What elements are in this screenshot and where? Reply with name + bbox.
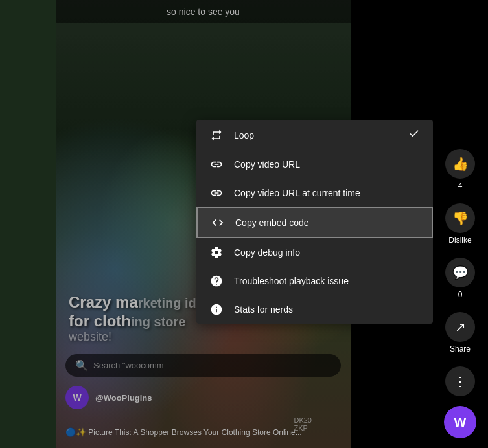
context-menu: LoopCopy video URLCopy video URL at curr… — [196, 120, 433, 324]
troubleshoot-icon — [209, 274, 224, 287]
menu-item-copy_url[interactable]: Copy video URL — [196, 150, 433, 179]
copy_url-icon — [209, 158, 224, 171]
stats-icon — [209, 303, 224, 316]
copy_url-label: Copy video URL — [234, 159, 420, 170]
comments-icon-circle: 💬 — [445, 258, 475, 287]
right-sidebar: 👍 4 👎 Dislike 💬 0 ↗ Share ⋮ W — [432, 0, 488, 448]
more-icon: ⋮ — [454, 374, 467, 389]
share-icon-circle: ↗ — [445, 312, 475, 342]
dislike-button[interactable]: 👎 Dislike — [445, 203, 475, 245]
loop-label: Loop — [234, 130, 398, 140]
menu-item-copy_debug[interactable]: Copy debug info — [196, 238, 433, 267]
menu-item-stats[interactable]: Stats for nerds — [196, 295, 433, 324]
like-count: 4 — [458, 181, 463, 190]
copy_embed-label: Copy embed code — [235, 218, 419, 228]
thumbs-down-icon: 👎 — [452, 210, 469, 226]
copy_url_time-icon — [209, 186, 224, 199]
like-button[interactable]: 👍 4 — [445, 149, 475, 190]
share-button[interactable]: ↗ Share — [445, 312, 475, 353]
share-label: Share — [450, 344, 471, 353]
more-icon-circle: ⋮ — [445, 366, 475, 396]
more-button[interactable]: ⋮ — [445, 366, 475, 396]
share-icon: ↗ — [455, 319, 466, 335]
dislike-label: Dislike — [448, 236, 471, 245]
menu-item-loop[interactable]: Loop — [196, 120, 433, 150]
loop-icon — [209, 129, 224, 142]
left-panel — [0, 0, 56, 448]
stats-label: Stats for nerds — [234, 304, 420, 315]
menu-item-copy_embed[interactable]: Copy embed code — [196, 207, 433, 238]
thumbs-up-icon: 👍 — [452, 156, 469, 172]
menu-item-copy_url_time[interactable]: Copy video URL at current time — [196, 179, 433, 207]
like-icon-circle: 👍 — [445, 149, 475, 179]
copy_embed-icon — [211, 216, 225, 229]
copy_debug-icon — [209, 246, 224, 259]
menu-item-troubleshoot[interactable]: Troubleshoot playback issue — [196, 267, 433, 295]
troubleshoot-label: Troubleshoot playback issue — [234, 276, 420, 286]
comments-count: 0 — [458, 290, 463, 299]
loop-check — [408, 128, 420, 142]
dislike-icon-circle: 👎 — [445, 203, 475, 233]
copy_debug-label: Copy debug info — [234, 247, 420, 258]
comments-button[interactable]: 💬 0 — [445, 258, 475, 299]
channel-bottom-avatar[interactable]: W — [444, 406, 476, 438]
copy_url_time-label: Copy video URL at current time — [234, 188, 420, 198]
comments-icon: 💬 — [452, 265, 469, 280]
